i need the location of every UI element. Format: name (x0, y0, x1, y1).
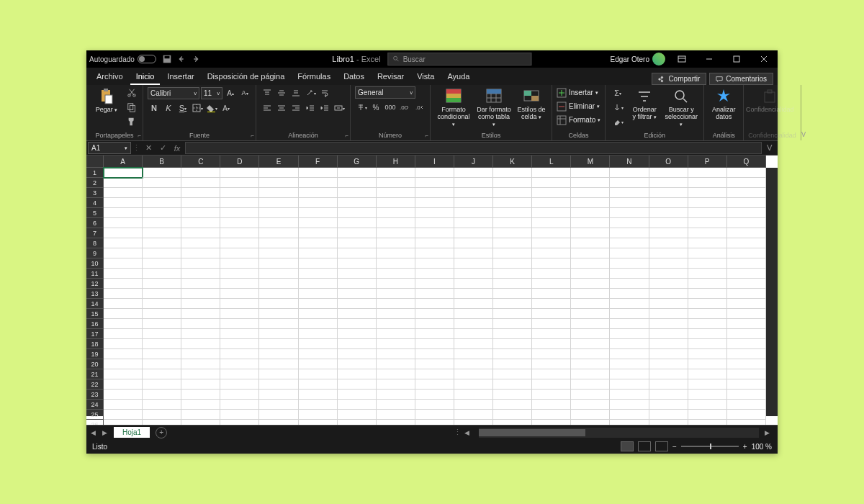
cell[interactable] (104, 369, 143, 379)
row-header[interactable]: 26 (86, 420, 104, 425)
cell[interactable] (338, 188, 377, 198)
column-header[interactable]: L (532, 156, 571, 168)
cell[interactable] (454, 309, 493, 319)
cell[interactable] (493, 218, 532, 228)
cell[interactable] (610, 289, 649, 299)
paste-button[interactable]: Pegar ▾ (91, 86, 122, 115)
cell[interactable] (532, 329, 571, 339)
cell[interactable] (493, 319, 532, 329)
cell[interactable] (415, 208, 454, 218)
column-header[interactable]: P (688, 156, 727, 168)
cell[interactable] (415, 198, 454, 208)
cell[interactable] (571, 228, 610, 238)
menu-tab-archivo[interactable]: Archivo (91, 69, 129, 85)
cell[interactable] (532, 178, 571, 188)
cell[interactable] (104, 299, 143, 309)
cell[interactable] (104, 410, 143, 420)
cell[interactable] (377, 309, 415, 319)
cell[interactable] (610, 208, 649, 218)
cell[interactable] (299, 329, 338, 339)
row-header[interactable]: 11 (86, 269, 104, 279)
accounting-icon[interactable]: ▾ (355, 101, 368, 114)
cell[interactable] (338, 359, 377, 369)
column-header[interactable]: I (415, 156, 454, 168)
cell[interactable] (415, 349, 454, 359)
row-header[interactable]: 12 (86, 279, 104, 289)
cell[interactable] (377, 379, 415, 390)
cell[interactable] (259, 279, 298, 289)
cell[interactable] (727, 410, 766, 420)
cell[interactable] (259, 390, 298, 400)
cell[interactable] (377, 420, 415, 425)
column-header[interactable]: Q (727, 156, 766, 168)
row-header[interactable]: 8 (86, 238, 104, 248)
cell[interactable] (338, 178, 377, 188)
cell[interactable] (181, 390, 220, 400)
cell[interactable] (143, 228, 181, 238)
column-header[interactable]: O (649, 156, 688, 168)
cell[interactable] (532, 208, 571, 218)
cell[interactable] (610, 420, 649, 425)
cell[interactable] (571, 400, 610, 410)
cell[interactable] (415, 238, 454, 248)
zoom-level[interactable]: 100 % (752, 443, 772, 451)
cell[interactable] (299, 208, 338, 218)
cell[interactable] (610, 258, 649, 269)
cell[interactable] (688, 339, 727, 349)
cell[interactable] (454, 289, 493, 299)
underline-button[interactable]: S▾ (176, 102, 189, 114)
cell[interactable] (143, 369, 181, 379)
cell[interactable] (299, 309, 338, 319)
cell[interactable] (181, 319, 220, 329)
cell[interactable] (220, 208, 259, 218)
column-header[interactable]: N (610, 156, 649, 168)
zoom-out-icon[interactable]: − (672, 443, 677, 451)
cell[interactable] (649, 248, 688, 258)
cell[interactable] (377, 339, 415, 349)
cell[interactable] (415, 299, 454, 309)
cell[interactable] (727, 208, 766, 218)
cell[interactable] (454, 379, 493, 390)
cell[interactable] (610, 359, 649, 369)
cell[interactable] (181, 198, 220, 208)
increase-decimal-icon[interactable]: .00 (398, 101, 411, 114)
cell[interactable] (338, 339, 377, 349)
cell[interactable] (571, 188, 610, 198)
cell[interactable] (104, 238, 143, 248)
cell[interactable] (259, 359, 298, 369)
cell[interactable] (220, 279, 259, 289)
cell[interactable] (377, 349, 415, 359)
cell[interactable] (377, 269, 415, 279)
row-header[interactable]: 3 (86, 188, 104, 198)
cell[interactable] (688, 400, 727, 410)
cell[interactable] (727, 228, 766, 238)
decrease-decimal-icon[interactable]: .0 (413, 101, 426, 114)
cell[interactable] (727, 379, 766, 390)
next-sheet-icon[interactable]: ▶ (102, 429, 111, 436)
cell[interactable] (532, 248, 571, 258)
cell[interactable] (143, 420, 181, 425)
row-header[interactable]: 5 (86, 208, 104, 218)
cell[interactable] (143, 400, 181, 410)
add-sheet-button[interactable]: + (156, 427, 167, 438)
cell[interactable] (220, 400, 259, 410)
column-header[interactable]: H (377, 156, 415, 168)
cell[interactable] (220, 349, 259, 359)
cell[interactable] (571, 319, 610, 329)
cell[interactable] (338, 228, 377, 238)
cell[interactable] (493, 289, 532, 299)
cell[interactable] (532, 319, 571, 329)
cell[interactable] (299, 248, 338, 258)
cell[interactable] (415, 269, 454, 279)
cell[interactable] (299, 188, 338, 198)
comma-icon[interactable]: 000 (384, 101, 397, 114)
cell[interactable] (259, 410, 298, 420)
cell[interactable] (220, 379, 259, 390)
cell[interactable] (727, 400, 766, 410)
cell[interactable] (220, 390, 259, 400)
cell[interactable] (104, 198, 143, 208)
cell[interactable] (610, 379, 649, 390)
cell[interactable] (649, 188, 688, 198)
cell[interactable] (143, 410, 181, 420)
cell[interactable] (610, 248, 649, 258)
